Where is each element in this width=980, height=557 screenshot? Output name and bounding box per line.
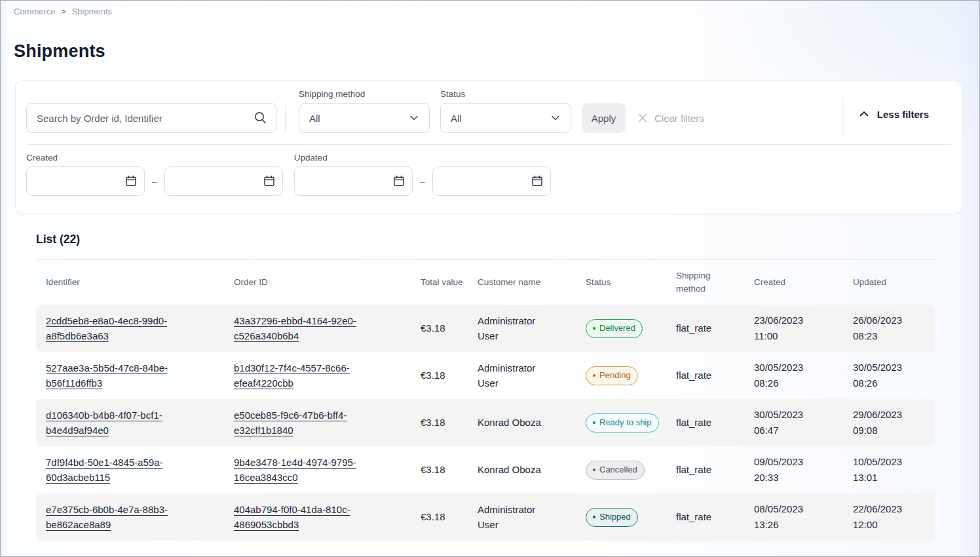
- search-input[interactable]: [26, 103, 276, 133]
- filters-toggle-group: Less filters: [842, 99, 951, 133]
- calendar-icon[interactable]: [124, 174, 138, 187]
- identifier-link[interactable]: e7e375cb-6b0b-4e7a-88b3-be862ace8a89: [46, 502, 185, 533]
- customer-name-cell: Administrator User: [478, 360, 586, 391]
- search-icon: [254, 111, 267, 125]
- page-title: Shipments: [14, 41, 979, 62]
- table-row: d106340b-b4b8-4f07-bcf1-b4e4d9af94e0 e50…: [36, 399, 935, 446]
- customer-name-cell: Konrad Oboza: [478, 415, 586, 430]
- shipments-list-section: List (22) Identifier Order ID Total valu…: [36, 233, 935, 541]
- created-from-field: [26, 166, 145, 196]
- list-title: List (22): [36, 233, 935, 246]
- updated-cell: 10/05/202313:01: [853, 454, 936, 486]
- clear-filters-label: Clear filters: [654, 113, 704, 124]
- status-label: Status: [440, 89, 571, 99]
- total-value-cell: €3.18: [421, 320, 478, 336]
- calendar-icon[interactable]: [531, 174, 544, 187]
- order-id-link[interactable]: 43a37296-ebbd-4164-92e0-c526a340b6b4: [234, 313, 373, 344]
- total-value-cell: €3.18: [421, 368, 478, 383]
- col-header-created: Created: [754, 276, 853, 289]
- chevron-down-icon: [550, 113, 561, 123]
- less-filters-label: Less filters: [877, 109, 929, 120]
- order-id-link[interactable]: e50ceb85-f9c6-47b6-bff4-e32cff1b1840: [234, 408, 373, 438]
- table-header-row: Identifier Order ID Total value Customer…: [36, 259, 935, 305]
- total-value-cell: €3.18: [421, 462, 478, 477]
- updated-date-group: Updated –: [294, 153, 551, 196]
- shipping-method-cell: flat_rate: [676, 509, 754, 524]
- created-cell: 30/05/202308:26: [754, 360, 853, 391]
- chevron-up-icon: [858, 108, 870, 120]
- updated-cell: 29/06/202309:08: [853, 407, 936, 438]
- created-cell: 08/05/202313:26: [754, 501, 853, 533]
- created-cell: 09/05/202320:33: [754, 454, 853, 486]
- shipping-method-cell: flat_rate: [676, 368, 754, 383]
- created-date-group: Created –: [26, 153, 283, 196]
- identifier-link[interactable]: 7df9f4bd-50e1-4845-a59a-60d3acbeb115: [46, 455, 185, 486]
- table-body: 2cdd5eb8-e8a0-4ec8-99d0-a8f5db6e3a63 43a…: [36, 305, 935, 541]
- clear-filters-button[interactable]: Clear filters: [637, 103, 704, 133]
- clear-x-icon: [637, 112, 649, 124]
- customer-name-cell: Konrad Oboza: [478, 462, 586, 477]
- shipping-method-cell: flat_rate: [676, 320, 754, 336]
- order-id-link[interactable]: 9b4e3478-1e4d-4974-9795-16cea3843cc0: [234, 455, 373, 486]
- table-row: 2cdd5eb8-e8a0-4ec8-99d0-a8f5db6e3a63 43a…: [36, 305, 935, 352]
- status-label: Pending: [599, 369, 631, 382]
- customer-name-cell: Administrator User: [478, 313, 586, 344]
- status-dot-icon: [593, 469, 595, 471]
- table-row: 527aae3a-5b5d-47c8-84be-b56f11d6ffb3 b1d…: [36, 352, 935, 399]
- date-range-dash: –: [420, 176, 425, 187]
- calendar-icon[interactable]: [392, 174, 405, 187]
- date-range-dash: –: [152, 176, 157, 187]
- table-row: 7df9f4bd-50e1-4845-a59a-60d3acbeb115 9b4…: [36, 446, 935, 493]
- breadcrumb-shipments[interactable]: Shipments: [72, 7, 112, 16]
- order-id-link[interactable]: b1d30f12-7f4c-4557-8c66-efeaf4220cbb: [234, 360, 373, 391]
- total-value-cell: €3.18: [421, 415, 478, 430]
- created-to-field: [164, 166, 283, 196]
- breadcrumb: Commerce > Shipments: [14, 7, 979, 16]
- status-dot-icon: [593, 327, 595, 330]
- order-id-link[interactable]: 404ab794-f0f0-41da-810c-4869053cbbd3: [234, 502, 373, 533]
- filters-panel: Shipping method All Status All Apply: [15, 80, 962, 214]
- shipments-page: Commerce > Shipments Shipments Shipping …: [0, 0, 980, 557]
- status-badge: Delivered: [586, 319, 643, 338]
- filters-row: Shipping method All Status All Apply: [16, 81, 962, 144]
- filter-divider: [285, 105, 286, 131]
- calendar-icon[interactable]: [263, 174, 276, 187]
- identifier-link[interactable]: d106340b-b4b8-4f07-bcf1-b4e4d9af94e0: [46, 408, 185, 438]
- shipping-method-cell: flat_rate: [676, 415, 754, 430]
- status-label: Shipped: [599, 510, 631, 524]
- status-label: Ready to ship: [599, 416, 652, 429]
- apply-button[interactable]: Apply: [582, 103, 626, 133]
- status-dot-icon: [593, 421, 595, 424]
- updated-label: Updated: [294, 153, 551, 163]
- shipping-method-value: All: [309, 113, 320, 124]
- status-label: Delivered: [599, 322, 635, 335]
- shipping-method-select[interactable]: All: [299, 103, 430, 133]
- shipping-method-label: Shipping method: [299, 89, 430, 99]
- created-label: Created: [26, 153, 283, 163]
- status-badge: Shipped: [586, 508, 638, 527]
- status-badge: Cancelled: [586, 461, 645, 480]
- status-label: Cancelled: [599, 463, 637, 476]
- col-header-total-value: Total value: [421, 276, 478, 289]
- updated-cell: 26/06/202308:23: [853, 313, 936, 344]
- shipping-method-cell: flat_rate: [676, 462, 754, 477]
- chevron-down-icon: [409, 113, 419, 123]
- table-row: e7e375cb-6b0b-4e7a-88b3-be862ace8a89 404…: [36, 493, 935, 541]
- status-field: Status All: [440, 89, 571, 133]
- col-header-identifier: Identifier: [46, 276, 234, 289]
- col-header-shipping-method: Shipping method: [676, 269, 754, 295]
- updated-to-field: [432, 166, 551, 196]
- breadcrumb-commerce[interactable]: Commerce: [14, 7, 56, 16]
- search-field: [26, 103, 276, 133]
- identifier-link[interactable]: 2cdd5eb8-e8a0-4ec8-99d0-a8f5db6e3a63: [46, 313, 185, 344]
- date-filters-row: Created –: [16, 145, 962, 214]
- status-dot-icon: [593, 374, 595, 377]
- updated-from-field: [294, 166, 413, 196]
- status-select[interactable]: All: [440, 103, 571, 133]
- status-badge: Pending: [586, 366, 638, 385]
- col-header-status: Status: [586, 276, 676, 289]
- created-cell: 23/06/202311:00: [754, 313, 853, 344]
- less-filters-toggle[interactable]: Less filters: [842, 99, 951, 129]
- col-header-updated: Updated: [853, 276, 936, 289]
- identifier-link[interactable]: 527aae3a-5b5d-47c8-84be-b56f11d6ffb3: [46, 360, 185, 391]
